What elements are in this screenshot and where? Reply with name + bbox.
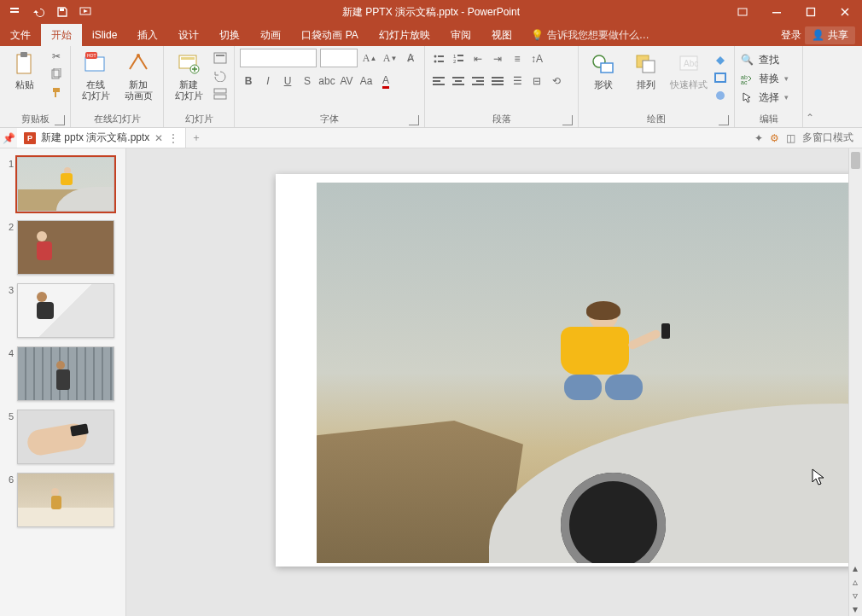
slide-editor-area[interactable]: ▴ ▵ ▿ ▾ — [126, 148, 862, 616]
scroll-up-icon[interactable]: ▴ — [848, 561, 862, 575]
scroll-next-slide-icon[interactable]: ▿ — [848, 589, 862, 602]
collapse-ribbon-icon[interactable]: ⌃ — [803, 46, 817, 127]
slide-thumbnail-panel[interactable]: 1 2 3 4 5 6 — [0, 148, 126, 616]
ribbon-display-icon[interactable] — [725, 0, 760, 24]
vertical-scrollbar[interactable]: ▴ ▵ ▿ ▾ — [848, 148, 862, 616]
tab-home[interactable]: 开始 — [41, 24, 82, 46]
scroll-prev-slide-icon[interactable]: ▵ — [848, 575, 862, 589]
font-size-combo[interactable] — [320, 49, 358, 67]
slide-thumbnail-6[interactable] — [17, 473, 114, 527]
slide-image[interactable] — [317, 183, 862, 563]
clipboard-launcher-icon[interactable] — [55, 115, 65, 125]
pin-icon[interactable]: 📌 — [0, 128, 17, 148]
shape-effects-icon[interactable] — [712, 88, 729, 103]
bullets-icon[interactable] — [430, 50, 447, 67]
document-tab[interactable]: P 新建 pptx 演示文稿.pptx ✕ ⋮ — [17, 128, 186, 148]
tab-insert[interactable]: 插入 — [127, 24, 168, 46]
tab-pocket-anim[interactable]: 口袋动画 PA — [291, 24, 368, 46]
share-button[interactable]: 👤 共享 — [805, 26, 855, 44]
decrease-indent-icon[interactable]: ⇤ — [469, 50, 486, 67]
login-link[interactable]: 登录 — [781, 28, 801, 43]
online-slides-button[interactable]: HOT 在线 幻灯片 — [76, 49, 115, 102]
close-tab-icon[interactable]: ✕ — [154, 132, 163, 144]
bold-button[interactable]: B — [240, 73, 257, 90]
format-painter-icon[interactable] — [48, 84, 65, 100]
select-button[interactable]: 选择▾ — [740, 88, 789, 107]
font-family-combo[interactable] — [240, 49, 317, 67]
add-document-tab-icon[interactable]: ＋ — [186, 128, 207, 148]
paste-icon — [11, 50, 38, 78]
align-text-icon[interactable]: ⊟ — [528, 73, 545, 90]
maximize-button[interactable] — [794, 0, 828, 24]
shape-outline-icon[interactable] — [712, 70, 729, 85]
increase-indent-icon[interactable]: ⇥ — [489, 50, 506, 67]
share-icon: 👤 — [812, 29, 824, 41]
reset-icon[interactable] — [212, 68, 229, 84]
slide-thumbnail-4[interactable] — [17, 346, 114, 401]
tab-file[interactable]: 文件 — [0, 24, 41, 46]
align-left-icon[interactable] — [430, 73, 447, 90]
tab-transitions[interactable]: 切换 — [209, 24, 250, 46]
new-slide-button[interactable]: 新建 幻灯片 — [169, 49, 208, 102]
slide-thumbnail-1[interactable] — [17, 157, 114, 212]
start-from-beginning-icon[interactable] — [75, 2, 97, 22]
line-spacing-icon[interactable]: ≡ — [509, 50, 526, 67]
arrange-button[interactable]: 排列 — [626, 49, 666, 90]
multiwindow-icon[interactable]: ◫ — [786, 132, 795, 144]
copy-icon[interactable] — [48, 67, 65, 82]
close-button[interactable] — [828, 0, 862, 24]
clear-formatting-icon[interactable]: A̷ — [402, 49, 419, 67]
svg-rect-29 — [457, 60, 463, 61]
slide-thumbnail-5[interactable] — [17, 410, 114, 464]
tab-menu-icon[interactable]: ⋮ — [168, 132, 178, 144]
new-animation-page-button[interactable]: 新加 动画页 — [119, 49, 158, 102]
quick-styles-button[interactable]: Abc 快速样式 — [669, 49, 708, 90]
scrollbar-thumb[interactable] — [851, 152, 860, 169]
slide-thumbnail-2[interactable] — [17, 220, 114, 275]
character-spacing-icon[interactable]: AV — [338, 73, 355, 90]
justify-icon[interactable] — [489, 73, 506, 90]
smartart-icon[interactable]: ⟲ — [548, 73, 565, 90]
align-center-icon[interactable] — [450, 73, 467, 90]
qat-more-icon[interactable] — [3, 2, 26, 22]
undo-icon[interactable] — [27, 2, 50, 22]
drawing-launcher-icon[interactable] — [719, 115, 729, 125]
paste-button[interactable]: 粘贴 — [5, 49, 44, 90]
replace-button[interactable]: abac替换▾ — [740, 69, 789, 88]
cut-icon[interactable]: ✂ — [48, 49, 65, 64]
strikethrough-button[interactable]: S — [299, 73, 316, 90]
columns-icon[interactable]: ☰ — [509, 73, 526, 90]
section-icon[interactable] — [212, 86, 229, 102]
tab-slideshow[interactable]: 幻灯片放映 — [369, 24, 440, 46]
font-color-icon[interactable]: A — [377, 73, 394, 90]
tab-islide[interactable]: iSlide — [82, 24, 127, 46]
tab-design[interactable]: 设计 — [168, 24, 209, 46]
tab-review[interactable]: 审阅 — [440, 24, 481, 46]
gear-icon[interactable]: ⚙ — [770, 132, 779, 144]
shape-fill-icon[interactable] — [712, 52, 729, 67]
slide-canvas[interactable] — [276, 174, 862, 567]
multiwindow-label[interactable]: 多窗口模式 — [802, 131, 853, 145]
layout-icon[interactable] — [212, 50, 229, 66]
shrink-font-icon[interactable]: A▼ — [381, 49, 399, 67]
change-case-icon[interactable]: Aa — [358, 73, 375, 90]
align-right-icon[interactable] — [469, 73, 486, 90]
underline-button[interactable]: U — [279, 73, 296, 90]
slide-thumbnail-3[interactable] — [17, 283, 114, 338]
grow-font-icon[interactable]: A▲ — [361, 49, 378, 67]
find-button[interactable]: 🔍查找 — [740, 50, 779, 69]
minimize-button[interactable] — [760, 0, 794, 24]
font-launcher-icon[interactable] — [409, 115, 419, 125]
tab-view[interactable]: 视图 — [481, 24, 522, 46]
scroll-down-icon[interactable]: ▾ — [848, 602, 862, 616]
save-icon[interactable] — [51, 2, 73, 22]
tell-me-search[interactable]: 💡 告诉我您想要做什么… — [522, 24, 658, 46]
shadow-button[interactable]: abc — [318, 73, 335, 90]
paragraph-launcher-icon[interactable] — [562, 115, 573, 125]
italic-button[interactable]: I — [259, 73, 277, 90]
tab-animations[interactable]: 动画 — [250, 24, 291, 46]
shapes-button[interactable]: 形状 — [584, 49, 623, 90]
text-direction-icon[interactable]: ↕A — [528, 50, 545, 67]
numbering-icon[interactable]: 12 — [450, 50, 467, 67]
star-icon[interactable]: ✦ — [754, 132, 763, 144]
